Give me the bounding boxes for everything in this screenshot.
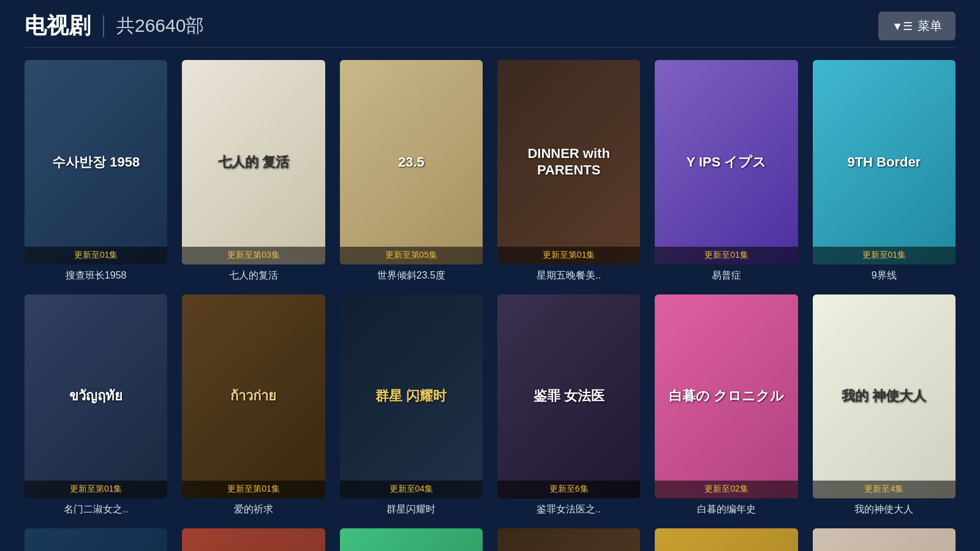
show-badge: 更新至第03集 xyxy=(182,247,325,264)
show-poster-wrapper: 23.5更新至第05集 xyxy=(340,60,483,264)
show-poster-wrapper: 我的 神使大人更新至4集 xyxy=(813,294,956,499)
show-title: 9界线 xyxy=(813,269,956,282)
show-title: 名门二淑女之.. xyxy=(24,503,167,516)
show-poster-art xyxy=(24,528,167,551)
show-title: 白暮的编年史 xyxy=(655,503,797,516)
header-left: 电视剧 共26640部 xyxy=(24,11,204,41)
show-poster-art xyxy=(813,528,956,551)
show-card-show-12[interactable]: 我的 神使大人更新至4集我的神使大人 xyxy=(813,294,956,517)
show-card-show-13[interactable] xyxy=(24,528,167,551)
show-card-show-17[interactable]: 风月 无边 xyxy=(655,528,797,551)
poster-text: 白暮の クロニクル xyxy=(669,388,784,404)
show-poster-art: ขวัญฤทัย xyxy=(24,294,167,499)
show-poster-art: DINNER with PARENTS xyxy=(497,60,640,264)
show-count: 共26640部 xyxy=(116,13,204,39)
show-badge: 更新至第05集 xyxy=(340,247,483,264)
poster-text: ขวัญฤทัย xyxy=(69,388,123,404)
show-poster-art xyxy=(497,528,640,551)
header-divider-line xyxy=(24,47,956,48)
show-card-show-16[interactable] xyxy=(497,528,640,551)
poster-text: 9TH Border xyxy=(847,154,921,170)
show-card-show-3[interactable]: 23.5更新至第05集世界倾斜23.5度 xyxy=(340,60,483,282)
show-badge: 更新至第01集 xyxy=(24,481,167,498)
show-poster-art: ก้าวก่าย xyxy=(182,294,325,499)
poster-text: ก้าวก่าย xyxy=(230,388,276,404)
show-poster-art: 白暮の クロニクル xyxy=(655,294,797,499)
show-poster-wrapper: 白暮の クロニクル更新至02集 xyxy=(655,294,797,499)
show-poster-wrapper xyxy=(182,528,325,551)
show-poster-wrapper: 风月 无边 xyxy=(655,528,797,551)
show-card-show-7[interactable]: ขวัญฤทัย更新至第01集名门二淑女之.. xyxy=(24,294,167,517)
show-badge: 更新至04集 xyxy=(340,481,483,498)
show-title: 我的神使大人 xyxy=(813,503,956,516)
show-poster-wrapper: 鉴罪 女法医更新至6集 xyxy=(497,294,640,499)
show-title: 爱的祈求 xyxy=(182,503,325,516)
show-poster-art: 9TH Border xyxy=(813,60,956,264)
show-card-show-14[interactable] xyxy=(182,528,325,551)
show-poster-wrapper: 七人的 复活更新至第03集 xyxy=(182,60,325,264)
show-poster-art: 七人的 复活 xyxy=(182,60,325,264)
show-badge: 更新至第01集 xyxy=(182,481,325,498)
show-poster-art: 鉴罪 女法医 xyxy=(497,294,640,499)
show-poster-art xyxy=(182,528,325,551)
show-card-show-5[interactable]: Y IPS イプス更新至01集易普症 xyxy=(655,60,797,282)
show-title: 七人的复活 xyxy=(182,269,325,282)
show-poster-wrapper: DINNER with PARENTS更新至第01集 xyxy=(497,60,640,264)
show-poster-wrapper xyxy=(497,528,640,551)
show-poster-art: 群星 闪耀时 xyxy=(340,294,483,499)
show-poster-wrapper xyxy=(813,528,956,551)
show-card-show-4[interactable]: DINNER with PARENTS更新至第01集星期五晚餐美.. xyxy=(497,60,640,282)
show-card-show-1[interactable]: 수사반장 1958更新至01集搜查班长1958 xyxy=(24,60,167,282)
menu-button[interactable]: ▼☰ 菜单 xyxy=(878,12,956,40)
show-poster-art: 风月 无边 xyxy=(655,528,797,551)
poster-text: 23.5 xyxy=(398,154,424,170)
show-card-show-9[interactable]: 群星 闪耀时更新至04集群星闪耀时 xyxy=(340,294,483,517)
show-poster-wrapper: 수사반장 1958更新至01集 xyxy=(24,60,167,264)
show-poster-wrapper: Y IPS イプス更新至01集 xyxy=(655,60,797,264)
show-poster-art: 我的 神使大人 xyxy=(813,294,956,499)
show-poster-art: Y IPS イプス xyxy=(655,60,797,264)
show-card-show-6[interactable]: 9TH Border更新至01集9界线 xyxy=(813,60,956,282)
show-badge: 更新至第01集 xyxy=(497,247,640,264)
show-badge: 更新至01集 xyxy=(24,247,167,264)
show-poster-wrapper: ขวัญฤทัย更新至第01集 xyxy=(24,294,167,499)
poster-text: 七人的 复活 xyxy=(218,154,289,170)
poster-text: 수사반장 1958 xyxy=(52,154,140,170)
show-poster-art: 수사반장 1958 xyxy=(24,60,167,264)
show-title: 群星闪耀时 xyxy=(340,503,483,516)
show-card-show-18[interactable] xyxy=(813,528,956,551)
show-title: 易普症 xyxy=(655,269,797,282)
show-title: 搜查班长1958 xyxy=(24,269,167,282)
show-badge: 更新至01集 xyxy=(813,247,956,264)
page-title: 电视剧 xyxy=(24,11,91,41)
show-card-show-10[interactable]: 鉴罪 女法医更新至6集鉴罪女法医之.. xyxy=(497,294,640,517)
filter-icon: ▼☰ xyxy=(892,20,913,33)
show-poster-art: 23.5 xyxy=(340,60,483,264)
show-badge: 更新至6集 xyxy=(497,481,640,498)
poster-text: 鉴罪 女法医 xyxy=(533,388,605,404)
show-card-show-11[interactable]: 白暮の クロニクル更新至02集白暮的编年史 xyxy=(655,294,797,517)
show-title: 鉴罪女法医之.. xyxy=(497,503,640,516)
show-card-show-2[interactable]: 七人的 复活更新至第03集七人的复活 xyxy=(182,60,325,282)
header-divider xyxy=(103,15,104,37)
poster-text: DINNER with PARENTS xyxy=(502,146,635,178)
poster-text: Y IPS イプス xyxy=(687,154,767,170)
show-poster-art xyxy=(340,528,483,551)
page-header: 电视剧 共26640部 ▼☰ 菜单 xyxy=(0,0,980,47)
show-poster-wrapper xyxy=(340,528,483,551)
show-title: 世界倾斜23.5度 xyxy=(340,269,483,282)
show-poster-wrapper: 群星 闪耀时更新至04集 xyxy=(340,294,483,499)
show-title: 星期五晚餐美.. xyxy=(497,269,640,282)
show-badge: 更新至01集 xyxy=(655,247,797,264)
poster-text: 群星 闪耀时 xyxy=(375,388,447,404)
menu-label: 菜单 xyxy=(918,18,942,34)
show-grid: 수사반장 1958更新至01集搜查班长1958七人的 复活更新至第03集七人的复… xyxy=(0,60,980,551)
show-badge: 更新至02集 xyxy=(655,481,797,498)
show-poster-wrapper: 9TH Border更新至01集 xyxy=(813,60,956,264)
show-card-show-8[interactable]: ก้าวก่าย更新至第01集爱的祈求 xyxy=(182,294,325,517)
show-poster-wrapper: ก้าวก่าย更新至第01集 xyxy=(182,294,325,499)
poster-text: 我的 神使大人 xyxy=(842,388,926,404)
show-badge: 更新至4集 xyxy=(813,481,956,498)
show-card-show-15[interactable] xyxy=(340,528,483,551)
show-poster-wrapper xyxy=(24,528,167,551)
